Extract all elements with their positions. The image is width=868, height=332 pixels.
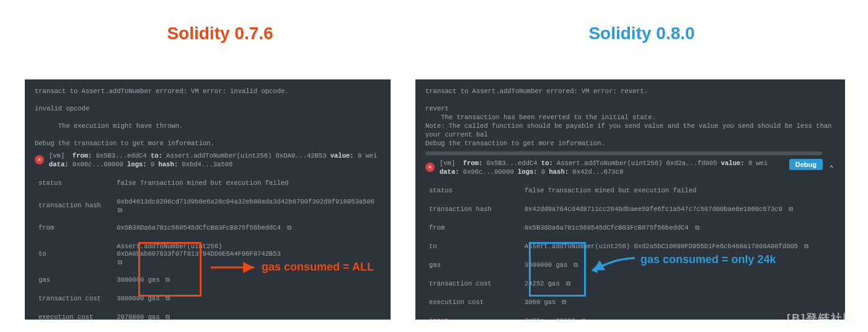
table-row: input0x06c...00000⧉ [425,312,835,320]
table-row: transaction hash0xbd4613dc8206cd71d9b8e6… [35,192,381,218]
copy-icon[interactable]: ⧉ [789,206,793,213]
copy-icon[interactable]: ⧉ [582,318,586,320]
copy-icon[interactable]: ⧉ [166,295,170,302]
console-panel-left: transact to Assert.addToNumber errored: … [25,79,391,320]
close-icon[interactable]: ✕ [425,163,435,172]
copy-icon[interactable]: ⧉ [804,243,808,250]
tx-header-right[interactable]: ✕ [vm] from: 0x5B3...eddC4 to: Assert.ad… [425,159,835,176]
copy-icon[interactable]: ⧉ [118,259,122,266]
title-left: Solidity 0.7.6 [25,7,415,52]
copy-icon[interactable]: ⧉ [166,277,170,284]
chevron-up-icon[interactable]: ⌃ [828,164,835,171]
table-row: transaction cost3000000 gas⧉ [35,289,381,308]
tx-summary-left: [vm] from: 0x5B3...eddC4 to: Assert.addT… [49,151,381,169]
copy-icon[interactable]: ⧉ [287,225,291,231]
tx-summary-right: [vm] from: 0x5B3...eddC4 to: Assert.addT… [440,159,784,176]
table-row: transaction cost24252 gas⧉ [425,274,835,293]
table-row: execution cost3060 gas⧉ [425,293,835,312]
table-row: execution cost2978808 gas⧉ [35,308,381,320]
copy-icon[interactable]: ⧉ [166,314,170,320]
log-output-left: transact to Assert.addToNumber errored: … [35,87,381,148]
watermark: [B]登链社区 [787,311,856,326]
table-row: transaction hash0x42dd9a764cd4d8711cc284… [425,200,835,218]
copy-icon[interactable]: ⧉ [566,280,570,287]
annotation-right: gas consumed = only 24k [640,253,776,266]
copy-icon[interactable]: ⧉ [118,207,122,214]
table-row: statusfalse Transaction mined but execut… [425,181,835,200]
tx-table-left: statusfalse Transaction mined but execut… [35,174,381,320]
copy-icon[interactable]: ⧉ [695,225,699,231]
title-right: Solidity 0.8.0 [415,7,868,52]
console-panel-right: transact to Assert.addToNumber errored: … [415,79,845,320]
tx-header-left[interactable]: ✕ [vm] from: 0x5B3...eddC4 to: Assert.ad… [35,151,381,169]
table-row: from0x5B38Da6a701c568545dCfcB03FcB875f56… [425,218,835,237]
close-icon[interactable]: ✕ [35,155,44,164]
tx-table-right: statusfalse Transaction mined but execut… [425,181,835,320]
scrollbar-horizontal[interactable] [425,151,822,155]
log-output-right: transact to Assert.addToNumber errored: … [425,87,835,148]
copy-icon[interactable]: ⧉ [562,299,566,306]
table-row: from0x5B38Da6a701c568545dCfcB03FcB875f56… [35,218,381,237]
table-row: statusfalse Transaction mined but execut… [35,174,381,192]
annotation-left: gas consumed = ALL [262,261,374,274]
debug-button[interactable]: Debug [789,159,823,170]
copy-icon[interactable]: ⧉ [574,262,578,269]
